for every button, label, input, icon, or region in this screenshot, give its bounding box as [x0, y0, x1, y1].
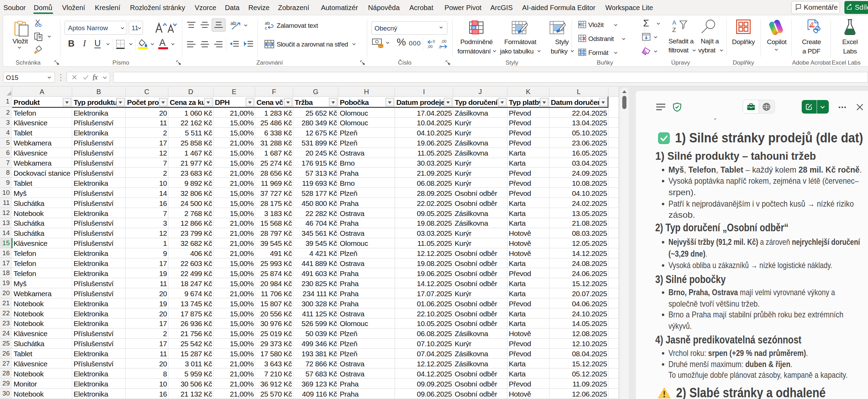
svg-text:,00: ,00	[441, 39, 446, 43]
svg-text:,0: ,0	[438, 45, 441, 49]
svg-text:Z: Z	[672, 27, 676, 33]
svg-text:,00: ,00	[427, 44, 432, 49]
svg-text:0: 0	[433, 39, 435, 43]
svg-text:A: A	[672, 19, 676, 26]
svg-text:c: c	[265, 25, 267, 30]
svg-text:fx: fx	[93, 74, 98, 81]
svg-text:ab: ab	[265, 20, 270, 26]
svg-text:ab: ab	[230, 20, 236, 26]
